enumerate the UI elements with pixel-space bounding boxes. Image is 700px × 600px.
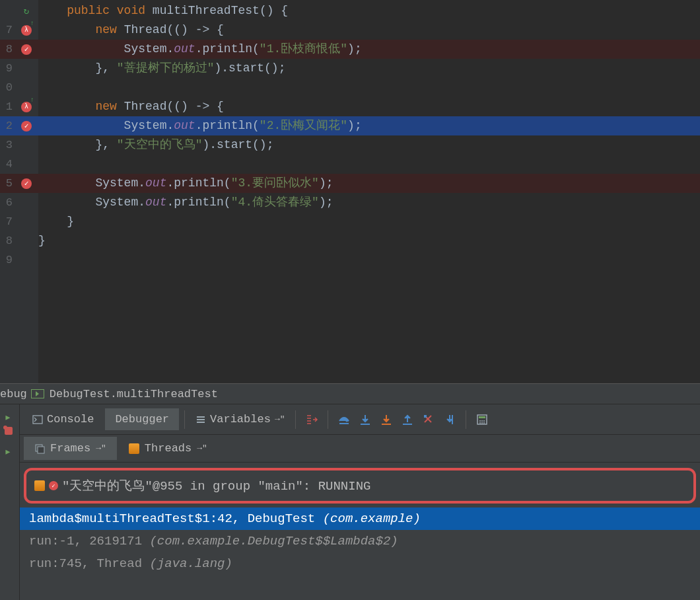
gutter-mark[interactable] [15,193,38,212]
stack-frame-row[interactable]: run:-1, 2619171 (com.example.DebugTest$$… [20,530,700,552]
debug-label: ebug [0,388,27,400]
stack-frame-row[interactable]: run:745, Thread (java.lang) [20,552,700,575]
breakpoint-gutter[interactable]: ↻λ↑λ↑ [15,0,38,383]
code-line[interactable]: } [38,231,700,250]
line-number [0,1,15,20]
line-number: 8 [0,40,15,59]
code-line[interactable]: new Thread(() -> { [38,97,700,116]
more-button[interactable] [5,461,15,472]
code-line[interactable] [38,78,700,97]
threads-icon [129,443,139,454]
line-number: 5 [0,174,15,193]
code-line[interactable]: public void multiThreadTest() { [38,1,700,20]
tab-threads[interactable]: Threads →" [118,437,218,460]
svg-point-12 [479,420,481,422]
line-number: 9 [0,250,15,270]
line-number-gutter: 7890123456789 [0,0,15,383]
thread-status-dropdown[interactable]: ✓ "天空中的飞鸟"@955 in group "main": RUNNING [24,468,696,504]
gutter-mark[interactable]: λ↑ [15,97,38,116]
svg-point-14 [483,420,485,422]
resume-button[interactable]: ▸ [5,410,15,420]
code-line[interactable] [38,155,700,174]
code-line[interactable] [38,250,700,270]
run-to-cursor-button[interactable] [440,410,459,429]
lambda-breakpoint-icon: λ↑ [21,102,32,112]
line-number: 8 [0,231,15,250]
code-line[interactable]: System.out.println("1.卧枝商恨低"); [38,40,700,59]
variables-icon [195,415,206,424]
line-number: 7 [0,212,15,231]
line-number: 0 [0,78,15,97]
gutter-mark[interactable] [15,78,38,97]
evaluate-expression-button[interactable] [473,410,491,429]
line-number: 2 [0,116,15,135]
svg-point-15 [479,422,481,424]
code-editor[interactable]: public void multiThreadTest() { new Thre… [38,0,700,383]
svg-point-13 [481,420,483,422]
step-over-button[interactable] [335,410,353,429]
gutter-mark[interactable] [15,40,38,59]
line-number: 6 [0,193,15,212]
variables-button[interactable]: Variables →" [192,410,289,429]
code-line[interactable]: System.out.println("3.要问卧似水"); [38,174,700,193]
line-number: 9 [0,59,15,78]
svg-rect-0 [33,416,42,424]
gutter-mark[interactable]: ↻ [15,1,38,20]
code-line[interactable]: new Thread(() -> { [38,20,700,40]
code-line[interactable]: System.out.println("2.卧梅又闻花"); [38,116,700,135]
gutter-mark[interactable] [15,174,38,193]
editor-area: 7890123456789 ↻λ↑λ↑ public void multiThr… [0,0,700,383]
code-line[interactable]: }, "菩提树下的杨过").start(); [38,59,700,78]
tab-debugger[interactable]: Debugger [105,408,179,430]
breakpoint-verified-icon [21,44,32,55]
console-icon [32,415,43,424]
breakpoint-verified-icon [21,178,32,189]
run-gutter-icon[interactable]: ↻ [24,5,29,17]
stack-frame-row[interactable]: lambda$multiThreadTest$1:42, DebugTest (… [20,507,700,530]
debug-side-toolbar: ▸ ▸ [0,404,20,600]
thread-icon [34,480,45,491]
force-step-into-button[interactable] [377,410,396,429]
step-into-button[interactable] [356,410,374,429]
debug-tabs: Console Debugger [22,408,179,430]
pin-icon: →" [96,443,106,453]
svg-rect-19 [38,447,44,453]
gutter-mark[interactable]: λ↑ [15,20,38,40]
svg-point-16 [481,422,483,424]
tab-console[interactable]: Console [22,408,104,430]
run-config-icon [31,389,44,398]
code-line[interactable]: }, "天空中的飞鸟").start(); [38,135,700,155]
gutter-mark[interactable] [15,231,38,250]
breakpoint-verified-icon [21,121,32,131]
pin-icon: →" [275,414,285,424]
code-line[interactable]: } [38,212,700,231]
lambda-breakpoint-icon: λ↑ [21,25,32,36]
debug-tool-window-header: ebug DebugTest.multiThreadTest [0,383,700,404]
breakpoint-hit-icon: ✓ [49,481,58,490]
drop-frame-button[interactable] [419,410,438,429]
debug-panel: ▸ ▸ Console Debugger Variables [0,404,700,600]
svg-point-17 [483,422,485,424]
gutter-mark[interactable] [15,135,38,155]
gutter-mark[interactable] [15,155,38,174]
pin-icon: →" [197,443,207,453]
resume-program-button[interactable]: ▸ [5,444,15,455]
frames-threads-tabs: Frames →" Threads →" [20,435,700,463]
debug-toolbar: Console Debugger Variables →" [20,404,700,435]
line-number: 7 [0,20,15,40]
line-number: 4 [0,155,15,174]
line-number: 1 [0,97,15,116]
gutter-mark[interactable] [15,59,38,78]
frames-list[interactable]: lambda$multiThreadTest$1:42, DebugTest (… [20,507,700,600]
code-line[interactable]: System.out.println("4.倚头答春绿"); [38,193,700,212]
step-out-button[interactable] [398,410,417,429]
gutter-mark[interactable] [15,212,38,231]
gutter-mark[interactable] [15,116,38,135]
tab-frames[interactable]: Frames →" [24,437,117,460]
show-execution-point-button[interactable] [302,410,321,429]
frames-icon [34,443,45,454]
debug-content: Console Debugger Variables →" [20,404,700,600]
gutter-mark[interactable] [15,250,38,270]
svg-rect-8 [424,415,427,418]
stop-button[interactable] [5,427,15,437]
